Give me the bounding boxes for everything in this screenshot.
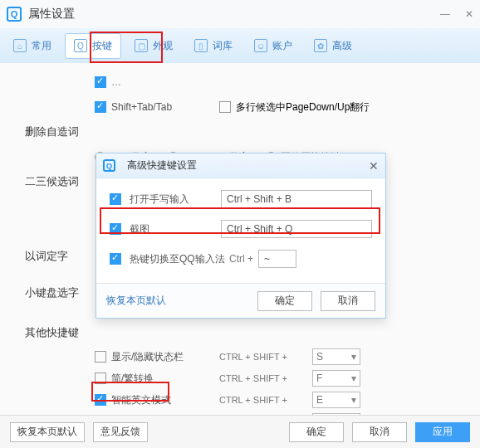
- dialog-restore-link[interactable]: 恢复本页默认: [106, 294, 166, 308]
- feedback-button[interactable]: 意见反馈: [93, 422, 148, 442]
- gear-icon: ✿: [314, 39, 327, 52]
- apply-button[interactable]: 应用: [415, 422, 470, 442]
- label-other-sc: 其他快捷键: [25, 325, 85, 340]
- partial-option: …: [111, 76, 121, 88]
- input-screenshot-key[interactable]: Ctrl + Shift + Q: [221, 220, 372, 238]
- checkbox-simp-trad[interactable]: [95, 373, 106, 384]
- dialog-cancel-button[interactable]: 取消: [321, 291, 375, 311]
- cancel-button[interactable]: 取消: [352, 422, 407, 442]
- dialog-ok-button[interactable]: 确定: [257, 291, 312, 311]
- tab-account[interactable]: ☺账户: [246, 34, 301, 58]
- select-f[interactable]: F: [312, 370, 360, 387]
- dialog-close-button[interactable]: ✕: [369, 159, 379, 173]
- label-del-custom: 删除自造词: [25, 124, 85, 139]
- input-handwrite-key[interactable]: Ctrl + Shift + B: [221, 190, 372, 208]
- account-icon: ☺: [254, 39, 267, 52]
- restore-defaults-button[interactable]: 恢复本页默认: [10, 422, 85, 442]
- tab-appearance[interactable]: ▢外观: [126, 34, 181, 58]
- input-switch-key[interactable]: ~: [258, 250, 296, 268]
- adv-sc-dialog: Q 高级快捷键设置 ✕ 打开手写输入Ctrl + Shift + B 截图Ctr…: [96, 153, 386, 319]
- tab-bar: ⌂常用 Q按键 ▢外观 ▯词库 ☺账户 ✿高级: [0, 28, 480, 63]
- checkbox-smart-en[interactable]: [95, 394, 106, 406]
- window-title: 属性设置: [28, 7, 75, 22]
- tab-dict[interactable]: ▯词库: [186, 34, 241, 58]
- keys-icon: Q: [74, 39, 87, 52]
- appearance-icon: ▢: [135, 39, 148, 52]
- label-by-word: 以词定字: [25, 249, 85, 264]
- app-logo-icon: Q: [7, 7, 22, 22]
- dialog-logo-icon: Q: [103, 159, 115, 172]
- checkbox-shift-tab[interactable]: [95, 101, 106, 113]
- dialog-title: 高级快捷键设置: [127, 158, 197, 173]
- checkbox[interactable]: [95, 76, 106, 88]
- label-numpad: 小键盘选字: [25, 285, 85, 300]
- close-button[interactable]: ✕: [465, 8, 473, 20]
- tab-advanced[interactable]: ✿高级: [306, 34, 360, 58]
- ok-button[interactable]: 确定: [289, 422, 344, 442]
- title-bar: Q 属性设置 ― ✕: [0, 0, 480, 28]
- footer-bar: 恢复本页默认 意见反馈 确定 取消 应用: [0, 415, 480, 448]
- checkbox-show-hide[interactable]: [95, 351, 106, 363]
- dict-icon: ▯: [194, 39, 208, 52]
- tab-keys[interactable]: Q按键: [65, 33, 121, 59]
- minimize-button[interactable]: ―: [440, 8, 450, 20]
- general-icon: ⌂: [13, 39, 27, 52]
- select-s[interactable]: S: [312, 348, 360, 365]
- checkbox-handwrite[interactable]: [110, 193, 121, 205]
- tab-general[interactable]: ⌂常用: [5, 34, 60, 58]
- label-cand23: 二三候选词: [25, 174, 85, 189]
- checkbox-multipage[interactable]: [219, 101, 231, 113]
- checkbox-switch-qq[interactable]: [110, 253, 121, 265]
- select-e[interactable]: E: [312, 392, 360, 408]
- checkbox-screenshot[interactable]: [110, 223, 121, 235]
